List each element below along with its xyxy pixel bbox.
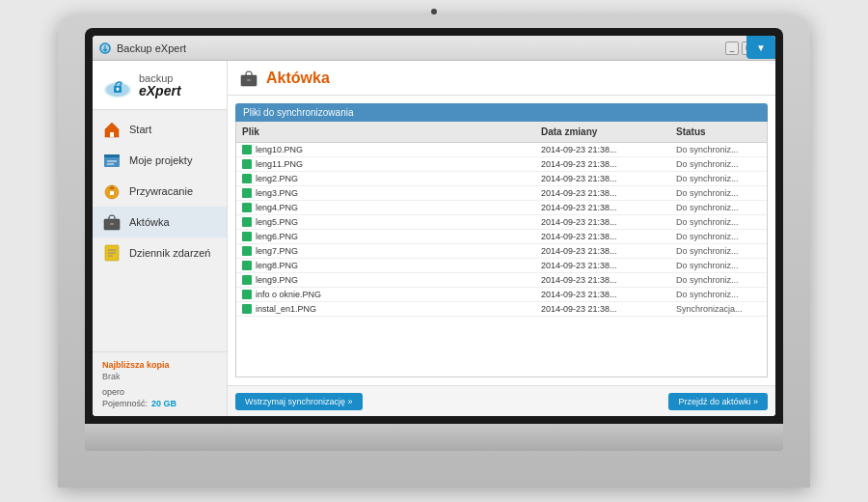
table-row[interactable]: leng9.PNG2014-09-23 21:38...Do synchroni…: [236, 273, 767, 288]
file-icon: [242, 145, 252, 154]
file-table-area: Pliki do synchronizowania Plik Data zmia…: [228, 96, 775, 385]
date-cell: 2014-09-23 21:38...: [535, 244, 670, 258]
table-header: Plik Data zmiany Status: [236, 122, 767, 143]
status-cell: Synchronizacja...: [670, 302, 767, 316]
main-header: Aktówka: [228, 61, 775, 96]
table-row[interactable]: leng8.PNG2014-09-23 21:38...Do synchroni…: [236, 259, 767, 273]
minimize-button[interactable]: _: [725, 42, 739, 55]
table-title-bar: Pliki do synchronizowania: [235, 103, 768, 122]
date-cell: 2014-09-23 21:38...: [535, 215, 670, 229]
file-cell: leng7.PNG: [236, 244, 535, 258]
table-row[interactable]: leng5.PNG2014-09-23 21:38...Do synchroni…: [236, 215, 767, 230]
file-cell: instal_en1.PNG: [236, 302, 535, 316]
table-row[interactable]: leng11.PNG2014-09-23 21:38...Do synchron…: [236, 157, 767, 172]
date-cell: 2014-09-23 21:38...: [535, 230, 670, 243]
bottom-bar: Wstrzymaj synchronizację » Przejdź do ak…: [228, 385, 775, 416]
projects-icon: [102, 151, 122, 170]
sidebar-bottom: Najbliższa kopia Brak opero Pojemność: 2…: [93, 351, 227, 416]
table-row[interactable]: leng2.PNG2014-09-23 21:38...Do synchroni…: [236, 172, 767, 186]
restore-icon: [102, 181, 122, 201]
sidebar-item-start[interactable]: Start: [93, 114, 227, 145]
file-icon: [242, 159, 252, 169]
date-cell: 2014-09-23 21:38...: [535, 302, 670, 316]
date-cell: 2014-09-23 21:38...: [535, 157, 670, 171]
sidebar: backup eXpert Start: [93, 61, 228, 416]
file-cell: leng11.PNG: [236, 157, 535, 171]
svg-rect-6: [117, 89, 118, 91]
file-icon: [242, 261, 252, 270]
file-cell: leng4.PNG: [236, 201, 535, 214]
file-icon: [242, 217, 252, 227]
dropdown-button[interactable]: [746, 36, 775, 59]
file-icon: [242, 304, 252, 314]
status-cell: Do synchroniz...: [670, 201, 767, 214]
laptop-screen: Backup eXpert _ □ ✕: [93, 36, 775, 416]
logo-icon: [102, 70, 133, 101]
logo-text: backup eXpert: [139, 72, 181, 98]
svg-rect-9: [104, 154, 120, 157]
table-body[interactable]: leng10.PNG2014-09-23 21:38...Do synchron…: [236, 143, 767, 376]
date-cell: 2014-09-23 21:38...: [535, 143, 670, 156]
file-icon: [242, 188, 252, 198]
table-row[interactable]: leng3.PNG2014-09-23 21:38...Do synchroni…: [236, 186, 767, 201]
file-cell: leng2.PNG: [236, 172, 535, 185]
pojemnosc-label: Pojemność:: [102, 399, 148, 408]
table-row[interactable]: leng7.PNG2014-09-23 21:38...Do synchroni…: [236, 244, 767, 259]
status-cell: Do synchroniz...: [670, 273, 767, 287]
date-cell: 2014-09-23 21:38...: [535, 201, 670, 214]
sidebar-item-dziennik[interactable]: Dziennik zdarzeń: [93, 237, 227, 268]
file-icon: [242, 246, 252, 256]
sync-button[interactable]: Wstrzymaj synchronizację »: [235, 393, 363, 410]
section-title: Aktówka: [266, 70, 330, 87]
laptop-screen-bezel: Backup eXpert _ □ ✕: [85, 28, 783, 424]
date-cell: 2014-09-23 21:38...: [535, 273, 670, 287]
home-icon: [102, 120, 122, 139]
brak-label: Brak: [102, 372, 217, 381]
file-icon: [242, 232, 252, 241]
status-cell: Do synchroniz...: [670, 244, 767, 258]
table-row[interactable]: instal_en1.PNG2014-09-23 21:38...Synchro…: [236, 302, 767, 317]
pojemnosc-row: Pojemność: 20 GB: [102, 399, 217, 408]
table-row[interactable]: leng10.PNG2014-09-23 21:38...Do synchron…: [236, 143, 767, 157]
status-cell: Do synchroniz...: [670, 288, 767, 301]
briefcase-icon: [102, 212, 122, 232]
sidebar-item-moje-projekty-label: Moje projekty: [129, 154, 192, 166]
laptop-base: [85, 424, 783, 451]
logo-area: backup eXpert: [93, 61, 227, 110]
header-status: Status: [670, 125, 767, 139]
file-cell: info o oknie.PNG: [236, 288, 535, 301]
sidebar-item-przywracanie-label: Przywracanie: [129, 185, 193, 197]
status-cell: Do synchroniz...: [670, 172, 767, 185]
opero-label: opero: [102, 387, 217, 397]
file-cell: leng10.PNG: [236, 143, 535, 156]
sidebar-item-aktowka[interactable]: Aktówka: [93, 207, 227, 237]
sidebar-item-moje-projekty[interactable]: Moje projekty: [93, 145, 227, 176]
najblizej-label: Najbliższa kopia: [102, 360, 217, 370]
pojemnosc-value: 20 GB: [151, 399, 176, 408]
sidebar-item-przywracanie[interactable]: Przywracanie: [93, 176, 227, 207]
header-data: Data zmiany: [535, 125, 670, 139]
file-cell: leng8.PNG: [236, 259, 535, 272]
section-briefcase-icon: [239, 69, 258, 88]
status-cell: Do synchroniz...: [670, 157, 767, 171]
date-cell: 2014-09-23 21:38...: [535, 172, 670, 185]
aktowka-button[interactable]: Przejdź do aktówki »: [668, 393, 768, 410]
table-row[interactable]: leng6.PNG2014-09-23 21:38...Do synchroni…: [236, 230, 767, 244]
table-row[interactable]: info o oknie.PNG2014-09-23 21:38...Do sy…: [236, 288, 767, 302]
svg-rect-13: [110, 191, 114, 195]
file-table: Plik Data zmiany Status leng10.PNG2014-0…: [235, 122, 768, 377]
file-cell: leng3.PNG: [236, 186, 535, 200]
status-cell: Do synchroniz...: [670, 215, 767, 229]
file-icon: [242, 203, 252, 212]
svg-rect-7: [110, 132, 114, 137]
app-window: Backup eXpert _ □ ✕: [93, 36, 775, 416]
log-icon: [102, 243, 122, 263]
table-row[interactable]: leng4.PNG2014-09-23 21:38...Do synchroni…: [236, 201, 767, 215]
svg-rect-15: [110, 223, 114, 225]
file-icon: [242, 174, 252, 183]
file-icon: [242, 290, 252, 299]
status-cell: Do synchroniz...: [670, 143, 767, 156]
title-bar: Backup eXpert _ □ ✕: [93, 36, 775, 61]
date-cell: 2014-09-23 21:38...: [535, 259, 670, 272]
main-content: Aktówka Pliki do synchronizowania Plik D…: [228, 61, 775, 416]
